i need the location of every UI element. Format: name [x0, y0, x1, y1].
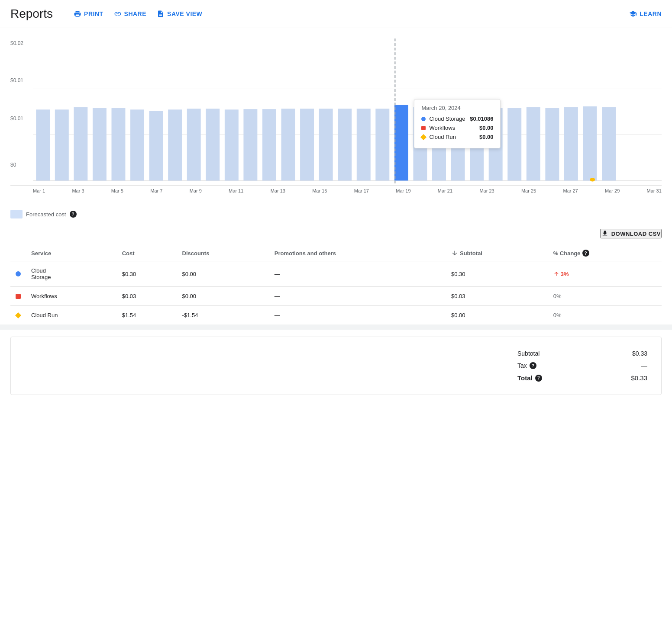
- change-neutral-workflows: 0%: [553, 293, 562, 299]
- summary-subtotal-value: $0.33: [632, 350, 647, 357]
- summary-subtotal-label: Subtotal: [517, 350, 540, 357]
- header-actions: PRINT SHARE SAVE VIEW LEARN: [74, 10, 662, 18]
- save-icon: [157, 10, 165, 18]
- svg-point-35: [590, 178, 595, 181]
- row-change-storage: 3%: [548, 261, 662, 287]
- print-button[interactable]: PRINT: [74, 10, 103, 18]
- svg-rect-14: [225, 109, 239, 180]
- svg-rect-8: [112, 108, 126, 180]
- tooltip-dot-cloudrun: [420, 134, 426, 140]
- x-label-mar19: Mar 19: [396, 188, 410, 193]
- summary-box: Subtotal $0.33 Tax ? — Total ? $0.33: [10, 337, 662, 395]
- chart-legend: Forecasted cost ?: [10, 210, 662, 218]
- total-help-icon[interactable]: ?: [535, 375, 542, 382]
- cloudrun-dot: [15, 312, 21, 318]
- svg-rect-20: [338, 109, 352, 180]
- table-row: Cloud Run $1.54 -$1.54 — $0.00 0%: [10, 306, 662, 325]
- svg-rect-32: [564, 107, 578, 181]
- col-change: % Change ?: [548, 245, 662, 261]
- tooltip-service-cloudrun: Cloud Run: [429, 134, 475, 140]
- table-header: Service Cost Discounts Promotions and ot…: [10, 245, 662, 261]
- tooltip-dot-workflows: [421, 126, 426, 130]
- row-promotions-cloudrun: —: [269, 306, 446, 325]
- table-row: Workflows $0.03 $0.00 — $0.03 0%: [10, 287, 662, 306]
- table-row: CloudStorage $0.30 $0.00 — $0.30 3%: [10, 261, 662, 287]
- download-csv-button[interactable]: DOWNLOAD CSV: [600, 229, 662, 238]
- svg-rect-4: [36, 109, 50, 180]
- change-up-icon: 3%: [553, 271, 656, 277]
- row-discounts-storage: $0.00: [177, 261, 269, 287]
- svg-rect-15: [243, 109, 257, 180]
- learn-button[interactable]: LEARN: [629, 10, 662, 18]
- row-promotions-storage: —: [269, 261, 446, 287]
- tooltip-value-workflows: $0.00: [479, 125, 494, 131]
- svg-rect-16: [262, 109, 276, 180]
- tooltip-value-cloudrun: $0.00: [479, 134, 494, 140]
- legend-help-icon[interactable]: ?: [70, 211, 77, 218]
- row-change-workflows: 0%: [548, 287, 662, 306]
- svg-rect-12: [187, 109, 201, 180]
- y-label-002: $0.02: [10, 40, 23, 46]
- change-help-icon[interactable]: ?: [582, 250, 589, 257]
- summary-total-row: Total ? $0.33: [517, 372, 647, 384]
- chart-area: $0.02 $0.01 $0.01 $0: [10, 39, 662, 186]
- svg-rect-9: [130, 109, 144, 180]
- subtotal-sort-icon[interactable]: [451, 250, 458, 257]
- save-view-button[interactable]: SAVE VIEW: [157, 10, 202, 18]
- page-title: Reports: [10, 7, 53, 21]
- tooltip-service-storage: Cloud Storage: [429, 116, 466, 122]
- svg-rect-18: [300, 109, 314, 180]
- row-service-workflows: Workflows: [26, 287, 117, 306]
- x-label-mar27: Mar 27: [563, 188, 578, 193]
- svg-rect-10: [149, 111, 163, 180]
- col-subtotal: Subtotal: [446, 245, 548, 261]
- row-icon-storage: [10, 261, 26, 287]
- summary-tax-row: Tax ? —: [517, 360, 647, 372]
- summary-total-value: $0.33: [631, 374, 647, 382]
- svg-rect-30: [527, 107, 540, 181]
- workflows-dot: [16, 294, 21, 299]
- x-label-mar9: Mar 9: [190, 188, 202, 193]
- tooltip-row-workflows: Workflows $0.00: [421, 125, 493, 131]
- row-subtotal-storage: $0.30: [446, 261, 548, 287]
- row-subtotal-cloudrun: $0.00: [446, 306, 548, 325]
- col-cost: Cost: [117, 245, 177, 261]
- row-icon-workflows: [10, 287, 26, 306]
- x-label-mar23: Mar 23: [479, 188, 494, 193]
- tax-help-icon[interactable]: ?: [530, 362, 536, 369]
- share-button[interactable]: SHARE: [114, 10, 147, 18]
- col-discounts: Discounts: [177, 245, 269, 261]
- x-label-mar11: Mar 11: [229, 188, 243, 193]
- x-label-mar5: Mar 5: [111, 188, 123, 193]
- learn-icon: [629, 10, 637, 18]
- col-promotions: Promotions and others: [269, 245, 446, 261]
- tooltip-date: March 20, 2024: [421, 105, 493, 111]
- x-label-mar3: Mar 3: [72, 188, 84, 193]
- tooltip-row-cloudrun: Cloud Run $0.00: [421, 134, 493, 140]
- share-icon: [114, 10, 122, 18]
- x-label-mar1: Mar 1: [33, 188, 45, 193]
- tooltip-service-workflows: Workflows: [429, 125, 475, 131]
- x-label-mar13: Mar 13: [271, 188, 285, 193]
- chart-container: $0.02 $0.01 $0.01 $0: [10, 39, 662, 203]
- y-label-0: $0: [10, 162, 16, 168]
- divider: [0, 324, 672, 330]
- legend-label: Forecasted cost: [26, 211, 66, 218]
- col-service: Service: [26, 245, 117, 261]
- summary-tax-value: —: [641, 362, 647, 369]
- svg-rect-13: [206, 109, 220, 180]
- row-service-cloudrun: Cloud Run: [26, 306, 117, 325]
- svg-rect-31: [545, 108, 559, 180]
- x-label-mar25: Mar 25: [521, 188, 536, 193]
- svg-rect-34: [602, 107, 616, 181]
- x-label-mar7: Mar 7: [150, 188, 162, 193]
- col-icon: [10, 245, 26, 261]
- svg-rect-29: [507, 108, 521, 180]
- x-label-mar21: Mar 21: [438, 188, 452, 193]
- bar-chart: [33, 39, 662, 185]
- row-change-cloudrun: 0%: [548, 306, 662, 325]
- svg-rect-22: [375, 109, 389, 180]
- row-cost-storage: $0.30: [117, 261, 177, 287]
- row-promotions-workflows: —: [269, 287, 446, 306]
- chart-tooltip: March 20, 2024 Cloud Storage $0.01086 Wo…: [414, 99, 501, 148]
